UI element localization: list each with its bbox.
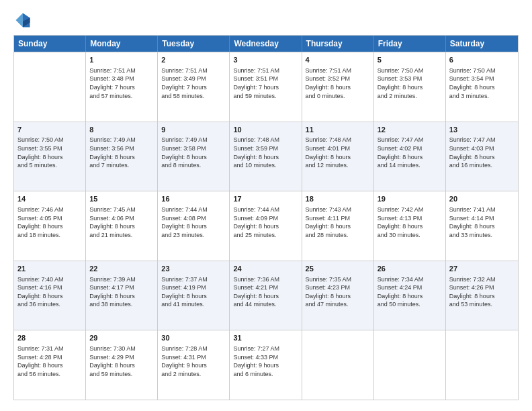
cell-info-line: Daylight: 8 hours [449,153,515,162]
cell-info-line: and 57 minutes. [89,92,154,101]
day-number: 13 [449,125,515,135]
calendar-cell: 24Sunrise: 7:36 AMSunset: 4:21 PMDayligh… [230,261,302,330]
cell-info-line: Sunset: 4:08 PM [161,214,226,223]
cell-info-line: Sunrise: 7:31 AM [17,345,82,353]
cell-info-line: and 47 minutes. [306,300,370,309]
cell-info-line: Sunset: 3:54 PM [449,75,515,83]
cell-info-line: and 44 minutes. [233,300,298,309]
calendar-cell: 15Sunrise: 7:45 AMSunset: 4:06 PMDayligh… [86,191,158,261]
cell-info-line: Daylight: 8 hours [233,222,298,231]
cell-info-line: Sunrise: 7:49 AM [161,136,226,144]
cell-info-line: Sunset: 3:53 PM [378,75,442,83]
cell-info-line: Sunrise: 7:51 AM [161,66,226,75]
cell-info-line: Sunrise: 7:32 AM [449,275,515,284]
calendar-cell: 29Sunrise: 7:30 AMSunset: 4:29 PMDayligh… [86,330,158,400]
cell-info-line: and 59 minutes. [233,92,298,101]
cell-info-line: Sunset: 3:59 PM [233,144,298,153]
day-number: 5 [378,55,442,65]
cell-info-line: Daylight: 8 hours [378,153,442,162]
cell-info-line: Daylight: 8 hours [306,222,370,231]
weekday-header-sunday: Sunday [14,36,86,52]
cell-info-line: Daylight: 8 hours [17,361,82,370]
cell-info-line: Daylight: 7 hours [161,83,226,92]
cell-info-line: Daylight: 8 hours [89,292,154,301]
calendar-cell: 22Sunrise: 7:39 AMSunset: 4:17 PMDayligh… [86,261,158,330]
cell-info-line: and 2 minutes. [378,92,442,101]
calendar-cell: 17Sunrise: 7:44 AMSunset: 4:09 PMDayligh… [230,191,302,261]
cell-info-line: Sunrise: 7:37 AM [161,275,226,284]
cell-info-line: Sunrise: 7:35 AM [306,275,370,284]
cell-info-line: Sunrise: 7:50 AM [378,66,442,75]
calendar-cell: 11Sunrise: 7:48 AMSunset: 4:01 PMDayligh… [302,122,374,191]
cell-info-line: Daylight: 8 hours [17,292,82,301]
cell-info-line: and 14 minutes. [378,161,442,170]
calendar-cell [302,330,374,400]
cell-info-line: Daylight: 8 hours [89,153,154,162]
cell-info-line: Sunset: 4:05 PM [17,214,82,223]
cell-info-line: and 6 minutes. [233,370,298,379]
cell-info-line: Daylight: 8 hours [378,222,442,231]
header [13,11,519,30]
cell-info-line: and 50 minutes. [378,300,442,309]
day-number: 15 [89,194,154,204]
cell-info-line: Sunrise: 7:47 AM [449,136,515,144]
cell-info-line: Daylight: 9 hours [233,361,298,370]
cell-info-line: Sunrise: 7:51 AM [306,66,370,75]
day-number: 14 [17,194,82,204]
calendar-cell: 23Sunrise: 7:37 AMSunset: 4:19 PMDayligh… [158,261,230,330]
cell-info-line: Sunset: 4:21 PM [233,283,298,292]
cell-info-line: Sunrise: 7:44 AM [233,205,298,214]
cell-info-line: Sunset: 3:52 PM [306,75,370,83]
cell-info-line: Sunrise: 7:43 AM [306,205,370,214]
cell-info-line: Sunrise: 7:51 AM [233,66,298,75]
cell-info-line: Sunset: 4:01 PM [306,144,370,153]
cell-info-line: and 33 minutes. [449,231,515,240]
cell-info-line: Sunrise: 7:27 AM [233,345,298,353]
calendar-row-4: 28Sunrise: 7:31 AMSunset: 4:28 PMDayligh… [14,330,518,400]
cell-info-line: Daylight: 7 hours [89,83,154,92]
page: SundayMondayTuesdayWednesdayThursdayFrid… [0,0,532,411]
cell-info-line: Sunset: 4:03 PM [449,144,515,153]
cell-info-line: Sunset: 4:29 PM [89,353,154,362]
calendar-row-3: 21Sunrise: 7:40 AMSunset: 4:16 PMDayligh… [14,261,518,330]
calendar-cell: 25Sunrise: 7:35 AMSunset: 4:23 PMDayligh… [302,261,374,330]
cell-info-line: Daylight: 8 hours [17,153,82,162]
cell-info-line: Daylight: 8 hours [449,222,515,231]
cell-info-line: Daylight: 8 hours [17,222,82,231]
cell-info-line: and 18 minutes. [17,231,82,240]
cell-info-line: Daylight: 8 hours [306,153,370,162]
cell-info-line: Sunrise: 7:34 AM [378,275,442,284]
cell-info-line: and 25 minutes. [233,231,298,240]
cell-info-line: Sunrise: 7:46 AM [17,205,82,214]
cell-info-line: and 0 minutes. [306,92,370,101]
calendar-cell: 9Sunrise: 7:49 AMSunset: 3:58 PMDaylight… [158,122,230,191]
calendar-cell: 1Sunrise: 7:51 AMSunset: 3:48 PMDaylight… [86,52,158,122]
weekday-header-tuesday: Tuesday [158,36,230,52]
cell-info-line: Sunset: 4:06 PM [89,214,154,223]
weekday-header-wednesday: Wednesday [230,36,302,52]
day-number: 25 [306,264,370,274]
day-number: 31 [233,333,298,343]
cell-info-line: and 38 minutes. [89,300,154,309]
cell-info-line: Sunset: 4:09 PM [233,214,298,223]
cell-info-line: and 56 minutes. [17,370,82,379]
day-number: 10 [233,125,298,135]
day-number: 30 [161,333,226,343]
weekday-header-friday: Friday [374,36,446,52]
cell-info-line: Sunrise: 7:36 AM [233,275,298,284]
cell-info-line: Daylight: 8 hours [306,83,370,92]
cell-info-line: Sunset: 4:17 PM [89,283,154,292]
day-number: 9 [161,125,226,135]
cell-info-line: Sunset: 3:51 PM [233,75,298,83]
day-number: 1 [89,55,154,65]
svg-marker-1 [16,13,24,28]
calendar-cell: 13Sunrise: 7:47 AMSunset: 4:03 PMDayligh… [446,122,518,191]
cell-info-line: Daylight: 8 hours [306,292,370,301]
calendar-cell: 10Sunrise: 7:48 AMSunset: 3:59 PMDayligh… [230,122,302,191]
day-number: 2 [161,55,226,65]
calendar-row-0: 1Sunrise: 7:51 AMSunset: 3:48 PMDaylight… [14,52,518,122]
cell-info-line: Daylight: 8 hours [89,222,154,231]
day-number: 16 [161,194,226,204]
cell-info-line: Sunrise: 7:28 AM [161,345,226,353]
cell-info-line: Daylight: 8 hours [449,83,515,92]
